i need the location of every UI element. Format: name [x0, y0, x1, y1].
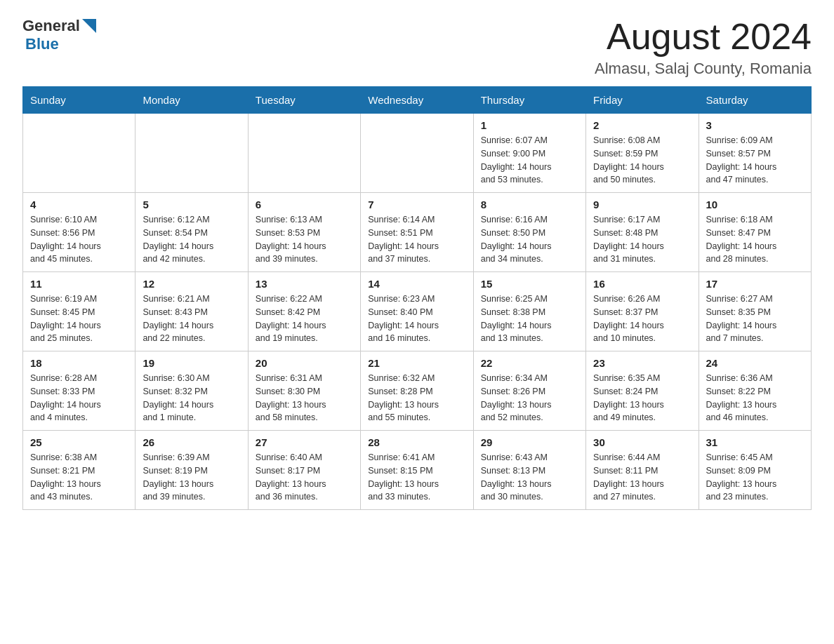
day-number: 28 [368, 436, 465, 448]
calendar-cell: 13Sunrise: 6:22 AM Sunset: 8:42 PM Dayli… [248, 272, 360, 351]
day-info: Sunrise: 6:26 AM Sunset: 8:37 PM Dayligh… [593, 293, 691, 345]
day-number: 17 [706, 278, 804, 290]
weekday-header-sunday: Sunday [23, 87, 135, 114]
calendar-cell: 24Sunrise: 6:36 AM Sunset: 8:22 PM Dayli… [699, 351, 811, 431]
day-info: Sunrise: 6:21 AM Sunset: 8:43 PM Dayligh… [143, 293, 240, 345]
weekday-header-wednesday: Wednesday [361, 87, 473, 114]
calendar-cell [361, 114, 473, 193]
month-title: August 2024 [595, 17, 812, 57]
day-number: 3 [706, 119, 804, 131]
day-number: 22 [481, 357, 578, 369]
day-info: Sunrise: 6:43 AM Sunset: 8:13 PM Dayligh… [481, 451, 578, 504]
calendar-cell: 26Sunrise: 6:39 AM Sunset: 8:19 PM Dayli… [135, 431, 248, 510]
day-number: 12 [143, 278, 240, 290]
day-number: 21 [368, 357, 465, 369]
calendar-cell: 11Sunrise: 6:19 AM Sunset: 8:45 PM Dayli… [23, 272, 135, 351]
day-info: Sunrise: 6:40 AM Sunset: 8:17 PM Dayligh… [256, 451, 353, 504]
day-info: Sunrise: 6:41 AM Sunset: 8:15 PM Dayligh… [368, 451, 465, 504]
calendar-cell [135, 114, 248, 193]
day-number: 31 [706, 436, 804, 448]
day-info: Sunrise: 6:38 AM Sunset: 8:21 PM Dayligh… [30, 451, 128, 504]
calendar-cell: 9Sunrise: 6:17 AM Sunset: 8:48 PM Daylig… [586, 193, 699, 272]
calendar-cell: 2Sunrise: 6:08 AM Sunset: 8:59 PM Daylig… [586, 114, 699, 193]
day-number: 8 [481, 199, 578, 210]
calendar-cell: 29Sunrise: 6:43 AM Sunset: 8:13 PM Dayli… [473, 431, 585, 510]
weekday-header-friday: Friday [586, 87, 699, 114]
day-info: Sunrise: 6:28 AM Sunset: 8:33 PM Dayligh… [30, 372, 128, 424]
calendar-cell: 6Sunrise: 6:13 AM Sunset: 8:53 PM Daylig… [248, 193, 360, 272]
day-info: Sunrise: 6:08 AM Sunset: 8:59 PM Dayligh… [593, 134, 691, 187]
calendar-week-5: 25Sunrise: 6:38 AM Sunset: 8:21 PM Dayli… [23, 431, 812, 510]
day-info: Sunrise: 6:16 AM Sunset: 8:50 PM Dayligh… [481, 213, 578, 266]
calendar-cell: 18Sunrise: 6:28 AM Sunset: 8:33 PM Dayli… [23, 351, 135, 431]
day-number: 30 [593, 436, 691, 448]
weekday-header-thursday: Thursday [473, 87, 585, 114]
weekday-header-tuesday: Tuesday [248, 87, 360, 114]
calendar-cell: 20Sunrise: 6:31 AM Sunset: 8:30 PM Dayli… [248, 351, 360, 431]
day-number: 14 [368, 278, 465, 290]
day-info: Sunrise: 6:35 AM Sunset: 8:24 PM Dayligh… [593, 372, 691, 424]
svg-marker-0 [82, 19, 96, 33]
calendar-cell: 5Sunrise: 6:12 AM Sunset: 8:54 PM Daylig… [135, 193, 248, 272]
calendar-week-1: 1Sunrise: 6:07 AM Sunset: 9:00 PM Daylig… [23, 114, 812, 193]
day-info: Sunrise: 6:17 AM Sunset: 8:48 PM Dayligh… [593, 213, 691, 266]
calendar-cell: 3Sunrise: 6:09 AM Sunset: 8:57 PM Daylig… [699, 114, 811, 193]
day-info: Sunrise: 6:23 AM Sunset: 8:40 PM Dayligh… [368, 293, 465, 345]
weekday-header-monday: Monday [135, 87, 248, 114]
calendar-cell: 16Sunrise: 6:26 AM Sunset: 8:37 PM Dayli… [586, 272, 699, 351]
day-number: 4 [30, 199, 128, 210]
calendar-week-3: 11Sunrise: 6:19 AM Sunset: 8:45 PM Dayli… [23, 272, 812, 351]
day-number: 29 [481, 436, 578, 448]
weekday-header-row: SundayMondayTuesdayWednesdayThursdayFrid… [23, 87, 812, 114]
day-info: Sunrise: 6:39 AM Sunset: 8:19 PM Dayligh… [143, 451, 240, 504]
day-number: 7 [368, 199, 465, 210]
day-number: 25 [30, 436, 128, 448]
day-number: 6 [256, 199, 353, 210]
day-number: 13 [256, 278, 353, 290]
day-number: 5 [143, 199, 240, 210]
day-info: Sunrise: 6:32 AM Sunset: 8:28 PM Dayligh… [368, 372, 465, 424]
page-header: General Blue August 2024 Almasu, Salaj C… [22, 17, 812, 78]
location-title: Almasu, Salaj County, Romania [595, 60, 812, 78]
day-info: Sunrise: 6:27 AM Sunset: 8:35 PM Dayligh… [706, 293, 804, 345]
day-number: 24 [706, 357, 804, 369]
day-info: Sunrise: 6:36 AM Sunset: 8:22 PM Dayligh… [706, 372, 804, 424]
day-info: Sunrise: 6:34 AM Sunset: 8:26 PM Dayligh… [481, 372, 578, 424]
logo-triangle-icon [82, 19, 96, 34]
logo: General Blue [22, 17, 96, 53]
day-number: 10 [706, 199, 804, 210]
calendar-cell: 12Sunrise: 6:21 AM Sunset: 8:43 PM Dayli… [135, 272, 248, 351]
day-number: 9 [593, 199, 691, 210]
day-number: 16 [593, 278, 691, 290]
day-number: 15 [481, 278, 578, 290]
day-info: Sunrise: 6:13 AM Sunset: 8:53 PM Dayligh… [256, 213, 353, 266]
calendar-cell: 15Sunrise: 6:25 AM Sunset: 8:38 PM Dayli… [473, 272, 585, 351]
day-number: 27 [256, 436, 353, 448]
day-number: 23 [593, 357, 691, 369]
calendar-cell: 30Sunrise: 6:44 AM Sunset: 8:11 PM Dayli… [586, 431, 699, 510]
day-info: Sunrise: 6:44 AM Sunset: 8:11 PM Dayligh… [593, 451, 691, 504]
calendar-cell: 14Sunrise: 6:23 AM Sunset: 8:40 PM Dayli… [361, 272, 473, 351]
day-info: Sunrise: 6:18 AM Sunset: 8:47 PM Dayligh… [706, 213, 804, 266]
logo-general: General [22, 17, 80, 35]
day-info: Sunrise: 6:45 AM Sunset: 8:09 PM Dayligh… [706, 451, 804, 504]
calendar-cell: 25Sunrise: 6:38 AM Sunset: 8:21 PM Dayli… [23, 431, 135, 510]
title-block: August 2024 Almasu, Salaj County, Romani… [595, 17, 812, 78]
calendar-cell: 10Sunrise: 6:18 AM Sunset: 8:47 PM Dayli… [699, 193, 811, 272]
calendar-table: SundayMondayTuesdayWednesdayThursdayFrid… [22, 86, 812, 510]
day-number: 1 [481, 119, 578, 131]
day-info: Sunrise: 6:31 AM Sunset: 8:30 PM Dayligh… [256, 372, 353, 424]
calendar-cell [248, 114, 360, 193]
calendar-week-4: 18Sunrise: 6:28 AM Sunset: 8:33 PM Dayli… [23, 351, 812, 431]
day-info: Sunrise: 6:12 AM Sunset: 8:54 PM Dayligh… [143, 213, 240, 266]
day-number: 26 [143, 436, 240, 448]
calendar-week-2: 4Sunrise: 6:10 AM Sunset: 8:56 PM Daylig… [23, 193, 812, 272]
day-number: 11 [30, 278, 128, 290]
calendar-cell: 17Sunrise: 6:27 AM Sunset: 8:35 PM Dayli… [699, 272, 811, 351]
day-number: 2 [593, 119, 691, 131]
calendar-cell: 31Sunrise: 6:45 AM Sunset: 8:09 PM Dayli… [699, 431, 811, 510]
weekday-header-saturday: Saturday [699, 87, 811, 114]
calendar-cell: 21Sunrise: 6:32 AM Sunset: 8:28 PM Dayli… [361, 351, 473, 431]
day-info: Sunrise: 6:07 AM Sunset: 9:00 PM Dayligh… [481, 134, 578, 187]
calendar-cell: 23Sunrise: 6:35 AM Sunset: 8:24 PM Dayli… [586, 351, 699, 431]
